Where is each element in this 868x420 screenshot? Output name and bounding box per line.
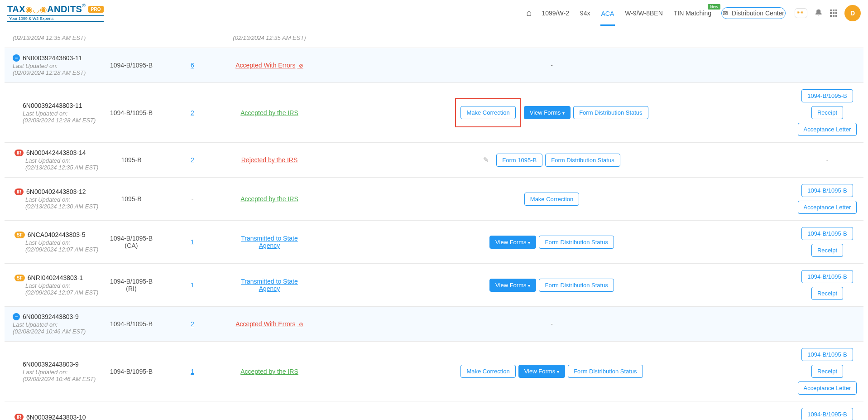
make-correction-button[interactable]: Make Correction xyxy=(460,106,515,119)
error-icon: ⊘ xyxy=(297,63,303,69)
collapse-icon[interactable]: − xyxy=(13,54,20,62)
ref-id: 6N000392443803-9 xyxy=(23,313,79,320)
mail-icon: ✉ xyxy=(723,10,728,17)
table-row: (02/13/2024 12:35 AM EST) (02/13/2024 12… xyxy=(5,28,863,48)
download-1094-1095-button[interactable]: 1094-B/1095-B xyxy=(801,408,853,420)
ref-id: 6N000392443803-9 xyxy=(23,361,99,368)
form-distribution-status-button[interactable]: Form Distribution Status xyxy=(573,106,648,119)
nav-w9-w8ben[interactable]: W-9/W-8BEN xyxy=(624,8,664,19)
ir-badge: IR xyxy=(14,414,24,420)
header-right: 🔔︎ D xyxy=(795,5,861,21)
submissions-table: (02/13/2024 12:35 AM EST) (02/13/2024 12… xyxy=(5,28,863,420)
form-distribution-status-button[interactable]: Form Distribution Status xyxy=(545,154,620,167)
edit-icon[interactable]: ✎ xyxy=(483,156,489,164)
download-acceptance-button[interactable]: Acceptance Letter xyxy=(798,201,857,214)
bell-icon[interactable]: 🔔︎ xyxy=(815,8,823,18)
nav-tin-matching[interactable]: TIN Matching xyxy=(673,8,712,19)
chevron-down-icon: ▾ xyxy=(528,283,530,288)
download-1094-1095-button[interactable]: 1094-B/1095-B xyxy=(801,270,853,283)
row-date: (02/13/2024 12:35 AM EST) xyxy=(14,164,99,171)
sf-badge: SF xyxy=(14,232,25,238)
form-distribution-status-button[interactable]: Form Distribution Status xyxy=(539,236,614,249)
view-forms-button[interactable]: View Forms▾ xyxy=(524,106,571,119)
table-row: 6N000392443803-9 Last Updated on: (02/08… xyxy=(5,342,863,401)
bot-icon[interactable] xyxy=(795,8,807,18)
last-updated-label: Last Updated on: xyxy=(13,63,99,69)
dash: - xyxy=(192,195,194,203)
count-link[interactable]: 6 xyxy=(191,62,194,69)
distribution-center-button[interactable]: ✉ Distribution Center xyxy=(721,7,786,19)
last-updated-label: Last Updated on: xyxy=(14,239,99,246)
view-forms-button[interactable]: View Forms▾ xyxy=(489,279,536,292)
download-acceptance-button[interactable]: Acceptance Letter xyxy=(798,123,857,136)
table-row: SF 6NCA0402443803-5 Last Updated on: (02… xyxy=(5,221,863,264)
status-link[interactable]: Accepted With Errors ⊘ xyxy=(235,62,303,69)
form-type: 1094-B/1095-B xyxy=(104,307,158,342)
chevron-down-icon: ▾ xyxy=(528,240,530,245)
download-receipt-button[interactable]: Receipt xyxy=(811,365,843,378)
ref-id: 6NCA0402443803-5 xyxy=(28,231,86,238)
chevron-down-icon: ▾ xyxy=(562,111,565,116)
submissions-table-wrap: (02/13/2024 12:35 AM EST) (02/13/2024 12… xyxy=(0,26,868,420)
row-date2: (02/13/2024 12:35 AM EST) xyxy=(232,34,307,41)
download-receipt-button[interactable]: Receipt xyxy=(811,287,843,300)
status-link[interactable]: Transmitted to State Agency xyxy=(241,278,298,292)
dash: - xyxy=(826,156,829,164)
ref-id: 6N000442443803-14 xyxy=(26,149,86,156)
table-row: − 6N000392443803-11 Last Updated on: (02… xyxy=(5,48,863,83)
collapse-icon[interactable]: − xyxy=(13,313,20,320)
form-distribution-status-button[interactable]: Form Distribution Status xyxy=(539,279,614,292)
form-type: 1094-B/1095-B xyxy=(104,83,158,143)
ref-id: 6N000392443803-10 xyxy=(26,414,86,420)
count-link[interactable]: 1 xyxy=(191,238,194,246)
avatar[interactable]: D xyxy=(844,5,861,21)
nav-aca[interactable]: ACA xyxy=(600,8,615,26)
status-link[interactable]: Accepted by the IRS xyxy=(240,368,298,375)
table-row: 6N000392443803-11 Last Updated on: (02/0… xyxy=(5,83,863,143)
form-type: 1094-B/1095-B xyxy=(104,342,158,401)
form-type: 1095-B xyxy=(104,143,158,178)
logo[interactable]: TAX ◉◡◉ ANDITS ® PRO Your 1099 & W2 Expe… xyxy=(7,4,104,22)
status-link[interactable]: Accepted With Errors ⊘ xyxy=(235,320,303,328)
download-1094-1095-button[interactable]: 1094-B/1095-B xyxy=(801,89,853,102)
status-link[interactable]: Accepted by the IRS xyxy=(240,109,298,116)
nav-1099-w2[interactable]: 1099/W-2 xyxy=(541,8,570,19)
row-date: (02/13/2024 12:30 AM EST) xyxy=(14,203,99,210)
download-1094-1095-button[interactable]: 1094-B/1095-B xyxy=(801,227,853,240)
download-1094-1095-button[interactable]: 1094-B/1095-B xyxy=(801,348,853,361)
form-type: 1094-B/1095-B (RI) xyxy=(104,264,158,307)
table-row: IR 6N000442443803-14 Last Updated on: (0… xyxy=(5,143,863,178)
status-link[interactable]: Transmitted to State Agency xyxy=(241,235,298,249)
form-distribution-status-button[interactable]: Form Distribution Status xyxy=(568,365,643,378)
status-link[interactable]: Accepted by the IRS xyxy=(240,195,298,203)
status-link[interactable]: Rejected by the IRS xyxy=(241,156,298,164)
ref-id: 6NRI0402443803-1 xyxy=(28,274,83,281)
make-correction-button[interactable]: Make Correction xyxy=(460,365,515,378)
make-correction-button[interactable]: Make Correction xyxy=(524,193,579,206)
download-acceptance-button[interactable]: Acceptance Letter xyxy=(798,381,857,395)
dash: - xyxy=(551,320,553,328)
apps-icon[interactable] xyxy=(830,10,837,17)
count-link[interactable]: 1 xyxy=(191,281,194,289)
row-date: (02/13/2024 12:35 AM EST) xyxy=(13,34,99,41)
dist-center-label: Distribution Center xyxy=(732,10,784,17)
download-receipt-button[interactable]: Receipt xyxy=(811,106,843,119)
nav-tin-matching-wrap[interactable]: New TIN Matching xyxy=(673,10,712,17)
owl-icon: ◉◡◉ xyxy=(25,5,47,14)
last-updated-label: Last Updated on: xyxy=(23,110,99,117)
download-receipt-button[interactable]: Receipt xyxy=(811,244,843,257)
logo-subtitle: Your 1099 & W2 Experts xyxy=(7,15,104,22)
view-forms-button[interactable]: View Forms▾ xyxy=(518,365,565,378)
table-row: − 6N000392443803-9 Last Updated on: (02/… xyxy=(5,307,863,342)
count-link[interactable]: 2 xyxy=(191,320,194,328)
view-forms-button[interactable]: View Forms▾ xyxy=(489,236,536,249)
count-link[interactable]: 1 xyxy=(191,368,194,375)
row-date: (02/08/2024 10:46 AM EST) xyxy=(13,328,99,335)
form-type: 1095-B xyxy=(104,178,158,221)
home-icon[interactable]: ⌂ xyxy=(526,8,532,18)
count-link[interactable]: 2 xyxy=(191,156,194,164)
nav-94x[interactable]: 94x xyxy=(579,8,591,19)
form-1095b-button[interactable]: Form 1095-B xyxy=(496,154,542,167)
download-1094-1095-button[interactable]: 1094-B/1095-B xyxy=(801,184,853,197)
count-link[interactable]: 2 xyxy=(191,109,194,116)
